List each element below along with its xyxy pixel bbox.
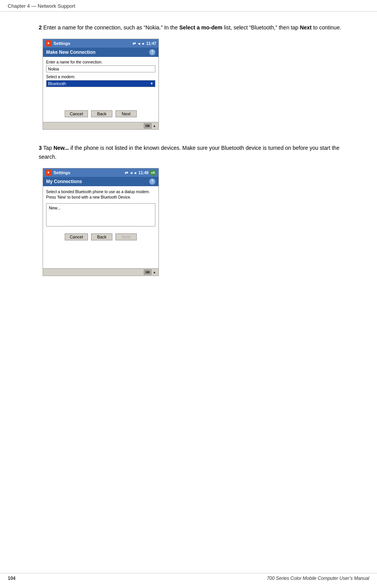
ss2-info-text: Select a bonded Bluetooth phone to use a…	[46, 189, 155, 200]
ss1-spacer2	[46, 99, 155, 106]
step-3-number: 3	[39, 145, 42, 151]
ss2-ok-button[interactable]: ok	[150, 170, 156, 176]
page-footer: 104 700 Series Color Mobile Computer Use…	[0, 573, 377, 581]
screenshot-1: ✦ Settings ⇄ ◄◄ 11:47 Make New Connectio…	[43, 39, 159, 130]
ss1-modem-select[interactable]: Bluetooth ▼	[46, 80, 155, 87]
ss2-spacer	[46, 243, 155, 250]
footer-page-number: 104	[8, 576, 15, 581]
ss2-title: Settings	[53, 170, 70, 175]
ss1-label1: Enter a name for the connection:	[46, 60, 155, 64]
ss2-titlebar-left: ✦ Settings	[45, 170, 70, 176]
screenshot-2: ✦ Settings ⇄ ◄◄ 11:49 ok My Connections …	[43, 168, 159, 276]
step-2-bold1: Select a mo-dem	[179, 24, 222, 31]
ss2-time: 11:49	[138, 171, 148, 175]
ss1-back-button[interactable]: Back	[91, 110, 112, 117]
ss1-titlebar: ✦ Settings ⇄ ◄◄ 11:47	[43, 39, 158, 48]
ss2-body: Select a bonded Bluetooth phone to use a…	[43, 186, 158, 268]
ss2-sound-icon: ◄◄	[129, 171, 137, 175]
step-2-text: 2 Enter a name for the connection, such …	[39, 23, 354, 32]
ss2-spacer2	[46, 250, 155, 258]
ss2-cancel-button[interactable]: Cancel	[65, 233, 88, 240]
ss2-keyboard-icon[interactable]: ⌨	[144, 269, 151, 275]
step-3-text-before: Tap	[43, 145, 53, 151]
ss1-cancel-button[interactable]: Cancel	[65, 110, 88, 117]
ss2-titlebar-right: ⇄ ◄◄ 11:49 ok	[125, 170, 156, 176]
ss2-help-icon[interactable]: ?	[149, 178, 155, 185]
step-2-bold2: Next	[300, 24, 312, 31]
ss1-screen-title: Make New Connection	[46, 50, 95, 55]
ss2-listbox[interactable]: New...	[46, 203, 155, 226]
step-2-text-after: to continue.	[312, 24, 341, 31]
ss1-titlebar-left: ✦ Settings	[45, 40, 70, 46]
ss1-title: Settings	[53, 41, 70, 46]
ss2-titlebar: ✦ Settings ⇄ ◄◄ 11:49 ok	[43, 168, 158, 177]
ss1-dropdown-arrow-icon: ▼	[150, 82, 153, 86]
ss1-taskbar: ⌨ ▲	[43, 122, 158, 129]
ss1-buttons: Cancel Back Next	[46, 106, 155, 120]
step-3-text: 3 Tap New... if the phone is not listed …	[39, 144, 354, 161]
ss2-back-button[interactable]: Back	[91, 233, 112, 240]
ss1-screen-header: Make New Connection ?	[43, 48, 158, 57]
ss1-next-button[interactable]: Next	[115, 110, 137, 117]
ss2-next-button: Next	[115, 233, 137, 240]
ss1-name-input[interactable]	[46, 65, 155, 72]
ss1-time: 11:47	[146, 41, 156, 46]
chapter-label: Chapter 4 — Network Support	[8, 3, 75, 9]
ss2-listbox-item-new[interactable]: New...	[48, 205, 153, 211]
ss2-buttons: Cancel Back Next	[46, 230, 155, 243]
step-2-number: 2	[39, 24, 42, 31]
footer-book-title: 700 Series Color Mobile Computer User’s …	[267, 576, 369, 581]
ss2-windows-icon: ✦	[45, 170, 52, 176]
ss1-keyboard-icon[interactable]: ⌨	[144, 123, 151, 129]
ss1-selected-value: Bluetooth	[48, 81, 66, 86]
step-3-text-middle: if the phone is not listed in the known …	[39, 145, 339, 159]
ss2-taskbar: ⌨ ▲	[43, 268, 158, 276]
step-3-bold1: New...	[53, 145, 69, 151]
page-header: Chapter 4 — Network Support	[0, 0, 377, 12]
ss1-help-icon[interactable]: ?	[149, 49, 155, 55]
ss1-body: Enter a name for the connection: Select …	[43, 57, 158, 122]
ss1-up-arrow-icon: ▲	[153, 124, 156, 128]
ss2-spacer3	[46, 258, 155, 266]
ss2-screen-header: My Connections ?	[43, 177, 158, 186]
main-content: 2 Enter a name for the connection, such …	[0, 12, 377, 313]
ss2-screen-title: My Connections	[46, 179, 82, 184]
ss1-sound-icon: ◄◄	[137, 41, 145, 46]
ss2-signal-icon: ⇄	[125, 171, 128, 175]
ss1-label2: Select a modem:	[46, 75, 155, 79]
step-2-block: 2 Enter a name for the connection, such …	[39, 23, 354, 130]
windows-icon: ✦	[45, 40, 52, 46]
ss1-signal-icon: ⇄	[133, 41, 136, 46]
ss2-up-arrow-icon: ▲	[153, 270, 156, 274]
ss1-select-container: Bluetooth ▼	[46, 80, 155, 87]
step-3-block: 3 Tap New... if the phone is not listed …	[39, 144, 354, 276]
step-2-text-before: Enter a name for the connection, such as…	[43, 24, 179, 31]
ss1-titlebar-right: ⇄ ◄◄ 11:47	[133, 41, 156, 46]
ss1-spacer	[46, 91, 155, 99]
step-2-text-middle: list, select “Bluetooth,” then tap	[222, 24, 300, 31]
